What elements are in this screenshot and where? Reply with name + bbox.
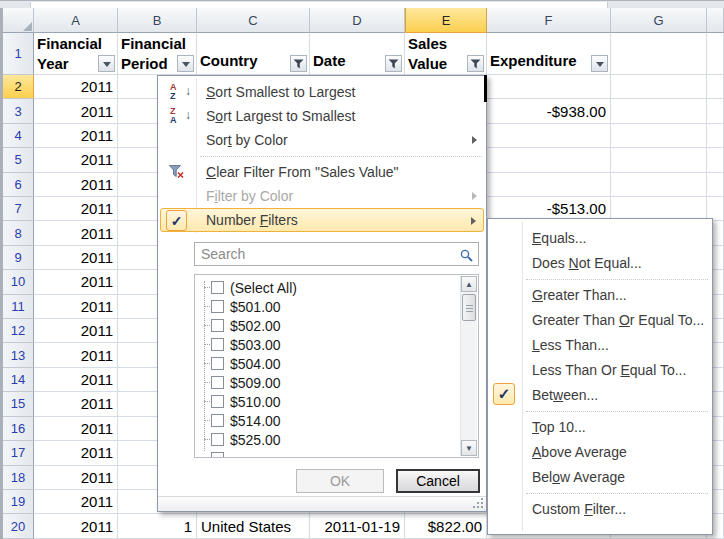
cell-country[interactable]: United States [197, 514, 310, 538]
list-item-partial[interactable] [201, 449, 460, 458]
filter-button-financial-year[interactable] [98, 55, 115, 72]
cell-expenditure[interactable] [487, 173, 611, 197]
search-input[interactable] [194, 242, 479, 266]
col-header-d[interactable]: D [310, 8, 405, 33]
cell-financial-year[interactable]: 2011 [34, 319, 118, 343]
checkbox-icon[interactable] [211, 452, 224, 458]
checkbox-icon[interactable] [211, 300, 224, 313]
cell-financial-year-header[interactable]: Financial Year [34, 33, 118, 75]
checkbox-icon[interactable] [211, 281, 224, 294]
submenu-item-equals[interactable]: Equals... [490, 225, 710, 250]
cell-country-header[interactable]: Country [197, 33, 310, 75]
cell-g[interactable] [611, 124, 707, 148]
cell-financial-year[interactable]: 2011 [34, 368, 118, 392]
menu-item-clear-filter[interactable]: Clear Filter From "Sales Value" [160, 160, 484, 184]
col-header-g[interactable]: G [611, 8, 707, 33]
submenu-item-above-average[interactable]: Above Average [490, 439, 710, 464]
col-header-f[interactable]: F [487, 8, 611, 33]
submenu-item-greater-than-or-equal[interactable]: Greater Than Or Equal To... [490, 307, 710, 332]
col-header-c[interactable]: C [197, 8, 310, 33]
row-number[interactable]: 11 [3, 295, 34, 319]
cell-financial-year[interactable]: 2011 [34, 295, 118, 319]
col-header-e-selected[interactable]: E [405, 8, 487, 33]
cell-g[interactable] [611, 75, 707, 99]
cell-financial-year[interactable]: 2011 [34, 124, 118, 148]
cell-g[interactable] [611, 148, 707, 172]
cell-g[interactable] [611, 99, 707, 123]
list-scrollbar[interactable]: ▲ ▼ [460, 276, 477, 456]
row-number[interactable]: 14 [3, 368, 34, 392]
list-item[interactable]: $501.00 [201, 297, 460, 316]
filter-button-country-filtered[interactable] [290, 55, 307, 72]
cell-financial-year[interactable]: 2011 [34, 270, 118, 294]
cell-sales-value[interactable]: $822.00 [405, 514, 487, 538]
menu-item-sort-largest-to-smallest[interactable]: Z A ↓ Sort Largest to Smallest [160, 104, 484, 128]
col-header-a[interactable]: A [34, 8, 118, 33]
checkbox-icon[interactable] [211, 357, 224, 370]
checkbox-icon[interactable] [211, 414, 224, 427]
filter-button-sales-value-open[interactable] [467, 55, 484, 72]
cell-financial-year[interactable]: 2011 [34, 392, 118, 416]
row-number[interactable]: 19 [3, 490, 34, 514]
checkbox-icon[interactable] [211, 395, 224, 408]
cancel-button[interactable]: Cancel [396, 469, 480, 493]
row-number[interactable]: 6 [3, 173, 34, 197]
cell-financial-year[interactable]: 2011 [34, 75, 118, 99]
list-item[interactable]: $502.00 [201, 316, 460, 335]
list-item[interactable]: $504.00 [201, 354, 460, 373]
cell-financial-period-header[interactable]: Financial Period [118, 33, 197, 75]
row-number[interactable]: 20 [3, 514, 34, 538]
row-number[interactable]: 7 [3, 197, 34, 221]
list-item[interactable]: $510.00 [201, 392, 460, 411]
list-item[interactable]: (Select All) [201, 278, 460, 297]
col-header-b[interactable]: B [118, 8, 197, 33]
menu-item-number-filters-highlighted[interactable]: ✓ Number Filters [160, 208, 484, 232]
row-number[interactable]: 17 [3, 441, 34, 465]
scroll-down-icon[interactable]: ▼ [461, 440, 477, 456]
cell-financial-year[interactable]: 2011 [34, 173, 118, 197]
cell-expenditure[interactable] [487, 124, 611, 148]
filter-button-date-filtered[interactable] [385, 55, 402, 72]
cell-expenditure-header[interactable]: Expenditure [487, 33, 611, 75]
list-item[interactable]: $514.00 [201, 411, 460, 430]
checkbox-icon[interactable] [211, 338, 224, 351]
filter-button-financial-period[interactable] [177, 55, 194, 72]
row-number[interactable]: 18 [3, 466, 34, 490]
cell-date-header[interactable]: Date [310, 33, 405, 75]
cell-expenditure[interactable]: -$938.00 [487, 99, 611, 123]
menu-item-sort-by-color[interactable]: Sort by Color [160, 128, 484, 152]
submenu-item-less-than-or-equal[interactable]: Less Than Or Equal To... [490, 357, 710, 382]
cell-financial-year[interactable]: 2011 [34, 343, 118, 367]
row-header-1[interactable]: 1 [3, 33, 34, 75]
cell-expenditure[interactable] [487, 75, 611, 99]
checkbox-icon[interactable] [211, 319, 224, 332]
cell-financial-year[interactable]: 2011 [34, 197, 118, 221]
filter-button-expenditure[interactable] [591, 55, 608, 72]
resize-grip-icon[interactable] [473, 498, 483, 508]
cell-financial-year[interactable]: 2011 [34, 246, 118, 270]
list-item[interactable]: $525.00 [201, 430, 460, 449]
submenu-item-less-than[interactable]: Less Than... [490, 332, 710, 357]
submenu-item-below-average[interactable]: Below Average [490, 464, 710, 489]
list-item[interactable]: $503.00 [201, 335, 460, 354]
search-icon[interactable] [460, 248, 473, 266]
cell-financial-year[interactable]: 2011 [34, 490, 118, 514]
submenu-item-does-not-equal[interactable]: Does Not Equal... [490, 250, 710, 275]
cell-g[interactable] [611, 173, 707, 197]
select-all-corner[interactable] [3, 8, 34, 33]
cell-financial-year[interactable]: 2011 [34, 99, 118, 123]
cell-g1[interactable] [611, 33, 707, 75]
row-number[interactable]: 4 [3, 124, 34, 148]
checkbox-icon[interactable] [211, 376, 224, 389]
cell-financial-year[interactable]: 2011 [34, 466, 118, 490]
menu-item-sort-smallest-to-largest[interactable]: A Z ↓ Sort Smallest to Largest [160, 80, 484, 104]
cell-financial-year[interactable]: 2011 [34, 441, 118, 465]
checkbox-icon[interactable] [211, 433, 224, 446]
submenu-item-top-10[interactable]: Top 10... [490, 414, 710, 439]
row-number[interactable]: 8 [3, 221, 34, 245]
row-number[interactable]: 10 [3, 270, 34, 294]
cell-financial-year[interactable]: 2011 [34, 221, 118, 245]
cell-financial-year[interactable]: 2011 [34, 514, 118, 538]
scroll-up-icon[interactable]: ▲ [461, 276, 477, 292]
cell-expenditure[interactable] [487, 148, 611, 172]
